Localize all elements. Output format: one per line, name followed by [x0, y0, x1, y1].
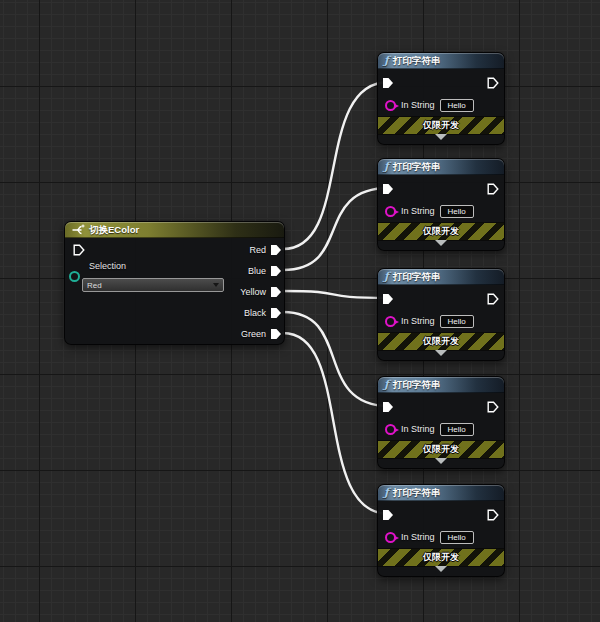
- selection-dropdown-value: Red: [87, 281, 102, 290]
- print-node-header[interactable]: ƒ 打印字符串: [378, 159, 504, 175]
- exec-input-pin[interactable]: [382, 183, 394, 195]
- switch-node-header[interactable]: 切换EColor: [65, 222, 284, 238]
- in-string-label: In String: [401, 100, 435, 110]
- exec-output-pin[interactable]: [487, 77, 499, 89]
- print-string-node-4[interactable]: ƒ 打印字符串 In String Hello 仅限开发: [377, 376, 505, 469]
- output-row-blue: Blue: [248, 264, 282, 278]
- selection-dropdown[interactable]: Red: [82, 278, 224, 292]
- function-icon: ƒ: [384, 270, 389, 283]
- collapse-arrow-icon[interactable]: [435, 240, 447, 246]
- exec-output-pin[interactable]: [487, 293, 499, 305]
- print-node-header[interactable]: ƒ 打印字符串: [378, 53, 504, 69]
- exec-input-pin[interactable]: [382, 293, 394, 305]
- wire-green-to-print-5[interactable]: [283, 333, 389, 514]
- print-node-header[interactable]: ƒ 打印字符串: [378, 485, 504, 501]
- chevron-down-icon: [213, 283, 219, 287]
- collapse-arrow-icon[interactable]: [435, 350, 447, 356]
- in-string-value-box[interactable]: Hello: [440, 315, 474, 328]
- print-string-node-3[interactable]: ƒ 打印字符串 In String Hello 仅限开发: [377, 268, 505, 361]
- exec-output-pin[interactable]: [487, 401, 499, 413]
- switch-icon: [71, 224, 85, 236]
- wire-yellow-to-print-3[interactable]: [283, 291, 389, 298]
- print-string-node-2[interactable]: ƒ 打印字符串 In String Hello 仅限开发: [377, 158, 505, 251]
- exec-input-pin[interactable]: [382, 509, 394, 521]
- development-only-banner: 仅限开发: [378, 116, 504, 135]
- exec-output-pin-yellow[interactable]: [270, 286, 282, 298]
- exec-input-pin[interactable]: [382, 401, 394, 413]
- print-node-title: 打印字符串: [393, 271, 441, 284]
- development-only-text: 仅限开发: [423, 551, 459, 564]
- output-label: Green: [241, 329, 266, 339]
- in-string-pin[interactable]: [385, 206, 396, 217]
- switch-ecolor-node[interactable]: 切换EColor Selection Red RedBlueYellowBlac…: [64, 221, 285, 345]
- print-string-node-1[interactable]: ƒ 打印字符串 In String Hello 仅限开发: [377, 52, 505, 145]
- print-node-title: 打印字符串: [393, 487, 441, 500]
- in-string-pin[interactable]: [385, 424, 396, 435]
- in-string-pin[interactable]: [385, 316, 396, 327]
- development-only-text: 仅限开发: [423, 335, 459, 348]
- function-icon: ƒ: [384, 54, 389, 67]
- output-row-green: Green: [241, 327, 282, 341]
- print-node-title: 打印字符串: [393, 161, 441, 174]
- blueprint-graph[interactable]: 切换EColor Selection Red RedBlueYellowBlac…: [0, 0, 600, 622]
- print-string-node-5[interactable]: ƒ 打印字符串 In String Hello 仅限开发: [377, 484, 505, 577]
- in-string-value-box[interactable]: Hello: [440, 99, 474, 112]
- output-label: Yellow: [240, 287, 266, 297]
- in-string-label: In String: [401, 532, 435, 542]
- output-row-black: Black: [244, 306, 282, 320]
- exec-output-pin-green[interactable]: [270, 328, 282, 340]
- exec-output-pin-black[interactable]: [270, 307, 282, 319]
- wire-black-to-print-4[interactable]: [283, 312, 389, 406]
- exec-output-pin[interactable]: [487, 183, 499, 195]
- exec-input-pin[interactable]: [73, 244, 85, 256]
- output-label: Black: [244, 308, 266, 318]
- function-icon: ƒ: [384, 378, 389, 391]
- in-string-pin[interactable]: [385, 100, 396, 111]
- output-label: Blue: [248, 266, 266, 276]
- development-only-text: 仅限开发: [423, 225, 459, 238]
- in-string-label: In String: [401, 316, 435, 326]
- in-string-label: In String: [401, 206, 435, 216]
- in-string-value-box[interactable]: Hello: [440, 531, 474, 544]
- selection-enum-pin[interactable]: [69, 271, 80, 282]
- function-icon: ƒ: [384, 160, 389, 173]
- development-only-banner: 仅限开发: [378, 440, 504, 459]
- exec-input-pin[interactable]: [382, 77, 394, 89]
- collapse-arrow-icon[interactable]: [435, 566, 447, 572]
- output-label: Red: [249, 245, 266, 255]
- collapse-arrow-icon[interactable]: [435, 134, 447, 140]
- wire-blue-to-print-2[interactable]: [283, 188, 389, 270]
- development-only-banner: 仅限开发: [378, 222, 504, 241]
- development-only-banner: 仅限开发: [378, 548, 504, 567]
- output-row-red: Red: [249, 243, 282, 257]
- print-node-header[interactable]: ƒ 打印字符串: [378, 269, 504, 285]
- in-string-pin[interactable]: [385, 532, 396, 543]
- collapse-arrow-icon[interactable]: [435, 458, 447, 464]
- function-icon: ƒ: [384, 486, 389, 499]
- in-string-value-box[interactable]: Hello: [440, 205, 474, 218]
- selection-label: Selection: [89, 261, 126, 271]
- development-only-text: 仅限开发: [423, 119, 459, 132]
- exec-output-pin[interactable]: [487, 509, 499, 521]
- switch-node-title: 切换EColor: [89, 224, 139, 237]
- in-string-value-box[interactable]: Hello: [440, 423, 474, 436]
- print-node-header[interactable]: ƒ 打印字符串: [378, 377, 504, 393]
- exec-output-pin-red[interactable]: [270, 244, 282, 256]
- development-only-banner: 仅限开发: [378, 332, 504, 351]
- exec-output-pin-blue[interactable]: [270, 265, 282, 277]
- development-only-text: 仅限开发: [423, 443, 459, 456]
- print-node-title: 打印字符串: [393, 55, 441, 68]
- output-row-yellow: Yellow: [240, 285, 282, 299]
- in-string-label: In String: [401, 424, 435, 434]
- print-node-title: 打印字符串: [393, 379, 441, 392]
